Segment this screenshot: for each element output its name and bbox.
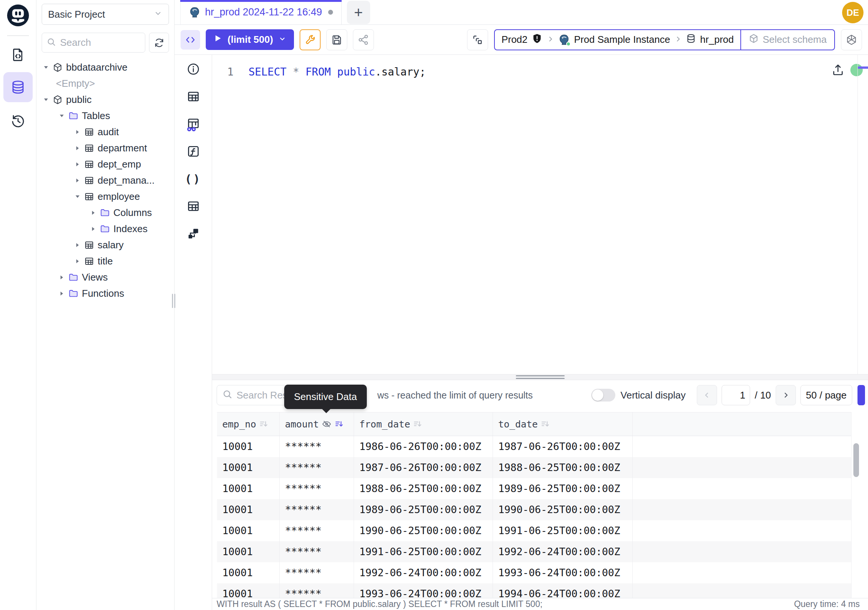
caret-right-icon[interactable] (73, 178, 81, 183)
sql-editor[interactable]: 1 SELECT * FROM public.salary; (212, 55, 868, 374)
upload-sql-icon[interactable] (831, 63, 845, 78)
sort-icon[interactable] (259, 419, 268, 428)
caret-down-icon[interactable] (42, 65, 50, 70)
caret-right-icon[interactable] (73, 129, 81, 135)
user-avatar[interactable]: DE (842, 2, 863, 23)
table-cell[interactable]: 1990-06-25T00:00:00Z (354, 520, 493, 541)
batch-query-button[interactable] (467, 29, 488, 50)
table-cell[interactable]: 1991-06-25T00:00:00Z (354, 541, 493, 562)
vertical-display-toggle[interactable] (591, 389, 615, 402)
tree-item-dept-mana[interactable]: dept_mana... (36, 172, 174, 189)
table-cell[interactable]: ****** (280, 562, 354, 583)
table-row[interactable]: 10001******1987-06-26T00:00:00Z1988-06-2… (217, 457, 851, 478)
caret-right-icon[interactable] (89, 226, 97, 232)
page-size-select[interactable]: 50 / page (800, 385, 852, 405)
tree-item-bbdataarchive[interactable]: bbdataarchive (36, 59, 174, 76)
troubleshoot-button[interactable] (299, 29, 321, 50)
tree-item-title[interactable]: title (36, 253, 174, 269)
tree-item-indexes[interactable]: Indexes (36, 221, 174, 237)
table-cell[interactable]: 10001 (217, 541, 280, 562)
table-cell[interactable]: 10001 (217, 478, 280, 499)
table-cell[interactable]: 10001 (217, 436, 280, 457)
table-cell[interactable]: ****** (280, 583, 354, 598)
sidebar-search[interactable] (42, 33, 145, 53)
table-info-icon[interactable] (186, 89, 201, 104)
table-cell[interactable]: ****** (280, 436, 354, 457)
table-row[interactable]: 10001******1986-06-26T00:00:00Z1987-06-2… (217, 436, 851, 457)
tree-item-functions[interactable]: Functions (36, 286, 174, 302)
table-cell[interactable]: 1992-06-24T00:00:00Z (493, 541, 632, 562)
results-scrollbar[interactable] (853, 443, 859, 477)
column-header-to-date[interactable]: to_date (493, 413, 632, 436)
eye-off-icon[interactable] (322, 419, 332, 429)
panel-resize-handle[interactable] (212, 374, 868, 380)
ai-assistant-button[interactable] (841, 29, 862, 50)
caret-right-icon[interactable] (73, 242, 81, 248)
refresh-button[interactable] (149, 33, 169, 53)
sort-icon[interactable] (541, 419, 550, 428)
table-cell[interactable]: 1993-06-24T00:00:00Z (493, 562, 632, 583)
tab-hr-prod[interactable]: hr_prod 2024-11-22 16:49 (180, 0, 342, 25)
tree-item-dept-emp[interactable]: dept_emp (36, 156, 174, 172)
info-icon[interactable] (186, 62, 201, 77)
table-cell[interactable]: 1987-06-26T00:00:00Z (354, 457, 493, 478)
tree-item-empty[interactable]: <Empty> (36, 76, 174, 92)
tree-item-tables[interactable]: Tables (36, 108, 174, 124)
share-button[interactable] (353, 29, 374, 50)
table-row[interactable]: 10001******1989-06-25T00:00:00Z1990-06-2… (217, 499, 851, 520)
table-row[interactable]: 10001******1991-06-25T00:00:00Z1992-06-2… (217, 541, 851, 562)
column-header-from-date[interactable]: from_date (354, 413, 493, 436)
table-cell[interactable]: 1993-06-24T00:00:00Z (354, 583, 493, 598)
table-cell[interactable]: 1988-06-25T00:00:00Z (354, 478, 493, 499)
table-cell[interactable]: ****** (280, 541, 354, 562)
tree-item-public[interactable]: public (36, 92, 174, 108)
table-cell[interactable]: 10001 (217, 562, 280, 583)
table-cell[interactable]: 1994-06-24T00:00:00Z (493, 583, 632, 598)
tree-item-views[interactable]: Views (36, 269, 174, 286)
table-cell[interactable]: ****** (280, 478, 354, 499)
table-cell[interactable]: ****** (280, 499, 354, 520)
connection-context[interactable]: Prod2 (495, 30, 741, 50)
sensitive-columns-icon[interactable] (186, 116, 201, 132)
caret-right-icon[interactable] (57, 275, 66, 280)
table-cell[interactable]: 1986-06-26T00:00:00Z (354, 436, 493, 457)
table-cell[interactable]: 1991-06-25T00:00:00Z (493, 520, 632, 541)
sort-icon-active[interactable] (335, 419, 344, 428)
table-cell[interactable]: ****** (280, 457, 354, 478)
sidebar-search-input[interactable] (60, 37, 140, 48)
table-cell[interactable]: 10001 (217, 583, 280, 598)
caret-right-icon[interactable] (73, 258, 81, 264)
table-cell[interactable]: 1990-06-25T00:00:00Z (493, 499, 632, 520)
run-query-button[interactable]: (limit 500) (206, 29, 294, 50)
history-nav-icon[interactable] (11, 113, 26, 129)
table-row[interactable]: 10001******1988-06-25T00:00:00Z1989-06-2… (217, 478, 851, 499)
procedures-icon[interactable]: () (186, 171, 201, 186)
project-selector[interactable]: Basic Project (42, 4, 169, 25)
save-button[interactable] (326, 29, 347, 50)
table-cell[interactable]: 10001 (217, 520, 280, 541)
external-tables-icon[interactable] (186, 199, 201, 214)
sort-icon[interactable] (413, 419, 422, 428)
caret-down-icon[interactable] (73, 194, 81, 199)
tree-item-audit[interactable]: audit (36, 124, 174, 140)
caret-down-icon[interactable] (57, 113, 66, 119)
table-cell[interactable]: ****** (280, 520, 354, 541)
worksheet-nav-icon[interactable] (11, 47, 26, 62)
caret-right-icon[interactable] (89, 210, 97, 216)
tree-item-employee[interactable]: employee (36, 189, 174, 205)
next-page-button[interactable] (776, 385, 796, 405)
column-header-emp-no[interactable]: emp_no (217, 413, 280, 436)
table-cell[interactable]: 1989-06-25T00:00:00Z (493, 478, 632, 499)
sql-mode-button[interactable] (181, 30, 200, 50)
caret-right-icon[interactable] (57, 291, 66, 296)
tree-item-salary[interactable]: salary (36, 237, 174, 253)
column-header-amount[interactable]: amount (280, 413, 354, 436)
table-cell[interactable]: 1988-06-25T00:00:00Z (493, 457, 632, 478)
add-tab-button[interactable]: + (347, 1, 370, 24)
functions-icon[interactable] (186, 144, 201, 159)
table-row[interactable]: 10001******1990-06-25T00:00:00Z1991-06-2… (217, 520, 851, 541)
schema-selector[interactable]: Select schema (740, 30, 834, 50)
table-row[interactable]: 10001******1992-06-24T00:00:00Z1993-06-2… (217, 562, 851, 583)
table-cell[interactable]: 1987-06-26T00:00:00Z (493, 436, 632, 457)
bytebase-logo-icon[interactable] (6, 4, 29, 27)
